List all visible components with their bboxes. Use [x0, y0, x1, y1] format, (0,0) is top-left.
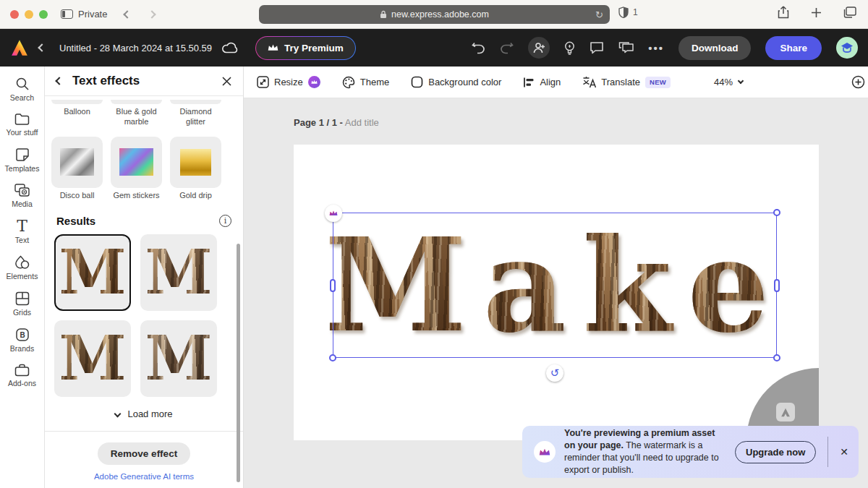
- resize-handle-right[interactable]: [774, 279, 780, 292]
- tabs-overview-icon[interactable]: [843, 7, 856, 18]
- resize-icon: [257, 76, 269, 88]
- try-premium-button[interactable]: Try Premium: [255, 36, 356, 60]
- effect-label: Disco ball: [51, 188, 103, 205]
- sidebar-item-search[interactable]: Search: [0, 72, 44, 106]
- upgrade-now-button[interactable]: Upgrade now: [735, 441, 816, 463]
- zoom-level-dropdown[interactable]: 44%: [714, 77, 743, 87]
- resize-handle-top-right[interactable]: [773, 209, 780, 216]
- download-label: Download: [692, 43, 739, 53]
- minimize-window-button[interactable]: [25, 10, 33, 19]
- effect-label: Blue & gold marble: [111, 104, 162, 130]
- banner-divider: [827, 437, 828, 467]
- add-collaborator-button[interactable]: [528, 37, 550, 59]
- resize-handle-left[interactable]: [330, 279, 336, 292]
- resize-handle-bottom-right[interactable]: [773, 354, 780, 361]
- sidebar-item-media[interactable]: Media: [0, 179, 44, 213]
- background-color-button[interactable]: Background color: [411, 76, 501, 88]
- browser-back-button[interactable]: [124, 10, 132, 18]
- lock-icon: [380, 10, 387, 19]
- effect-label: Diamond glitter: [170, 104, 221, 130]
- premium-crown-badge: [308, 76, 320, 88]
- sidebar-item-text[interactable]: T Text: [0, 215, 44, 249]
- text-effects-panel: Text effects Balloon Blue & gold marble …: [45, 67, 244, 488]
- effect-label: Balloon: [51, 104, 103, 130]
- lightbulb-icon[interactable]: [564, 41, 575, 55]
- address-bar[interactable]: new.express.adobe.com ↻: [259, 5, 610, 24]
- result-thumb-3[interactable]: M: [54, 320, 131, 397]
- download-button[interactable]: Download: [678, 36, 752, 60]
- comments-panel-icon[interactable]: [618, 41, 634, 54]
- sidebar-item-add-ons[interactable]: Add-ons: [0, 359, 44, 392]
- folder-icon: [14, 113, 30, 126]
- private-label: Private: [78, 9, 107, 20]
- effect-thumb-disco-ball[interactable]: Ag: [51, 137, 103, 188]
- translate-button[interactable]: Translate NEW: [582, 76, 671, 88]
- text-icon: T: [17, 219, 27, 234]
- shield-count: 1: [633, 7, 638, 17]
- crown-icon: [534, 441, 556, 463]
- share-button[interactable]: Share: [765, 36, 822, 60]
- results-info-icon[interactable]: i: [219, 215, 231, 227]
- crown-icon: [268, 43, 278, 52]
- rotate-handle[interactable]: ↺: [546, 364, 563, 382]
- premium-asset-banner: You're previewing a premium asset on you…: [522, 426, 859, 478]
- sidebar-item-templates[interactable]: Templates: [0, 143, 44, 177]
- effect-label: Gold drip: [170, 188, 221, 205]
- panel-back-icon[interactable]: [55, 77, 63, 85]
- svg-text:B: B: [20, 331, 25, 339]
- selection-box[interactable]: ↺: [333, 213, 777, 358]
- result-thumb-2[interactable]: M: [140, 234, 217, 311]
- share-page-icon[interactable]: [778, 6, 789, 19]
- document-title[interactable]: Untitled - 28 March 2024 at 15.50.59: [59, 43, 212, 53]
- context-toolbar: Resize Theme Background color Align Tran…: [244, 67, 868, 98]
- resize-button[interactable]: Resize: [257, 76, 320, 88]
- share-label: Share: [780, 43, 807, 53]
- chevron-down-icon: [114, 411, 122, 418]
- load-more-button[interactable]: Load more: [45, 398, 243, 431]
- zoom-window-button[interactable]: [39, 10, 48, 19]
- generative-ai-terms-link[interactable]: Adobe Generative AI terms: [94, 472, 194, 481]
- resize-handle-bottom-left[interactable]: [329, 354, 336, 361]
- add-button[interactable]: Add: [851, 75, 868, 89]
- panel-scrollbar[interactable]: [237, 244, 240, 482]
- browser-chrome: Private new.express.adobe.com ↻ 1: [0, 0, 868, 29]
- theme-button[interactable]: Theme: [342, 76, 389, 89]
- more-options-icon[interactable]: •••: [648, 42, 664, 54]
- undo-icon[interactable]: [472, 42, 485, 54]
- translate-icon: [582, 76, 596, 88]
- close-window-button[interactable]: [10, 10, 19, 19]
- add-title-placeholder[interactable]: Add title: [345, 117, 379, 128]
- effect-thumb-gold-drip[interactable]: Ag: [170, 137, 221, 188]
- banner-close-icon[interactable]: ✕: [840, 446, 848, 458]
- new-badge: NEW: [645, 77, 671, 88]
- canvas-area[interactable]: Page 1 / 1 - Add title Make: [244, 98, 868, 488]
- panel-title: Text effects: [72, 74, 212, 88]
- background-color-icon: [411, 76, 423, 88]
- private-window-icon: [61, 9, 73, 19]
- plus-circle-icon: [851, 75, 865, 89]
- new-tab-icon[interactable]: [811, 7, 822, 18]
- align-button[interactable]: Align: [523, 77, 561, 88]
- media-icon: [14, 184, 30, 197]
- panel-close-icon[interactable]: [222, 77, 231, 86]
- chevron-down-icon: [738, 78, 744, 84]
- sidebar-item-brands[interactable]: B Brands: [0, 323, 44, 357]
- browser-forward-button[interactable]: [148, 10, 156, 18]
- url-text: new.express.adobe.com: [391, 9, 489, 20]
- privacy-shield-icon[interactable]: [618, 7, 629, 18]
- sidebar-item-your-stuff[interactable]: Your stuff: [0, 108, 44, 141]
- remove-effect-button[interactable]: Remove effect: [98, 442, 190, 465]
- align-icon: [523, 77, 535, 88]
- user-avatar[interactable]: [836, 37, 858, 59]
- result-thumb-4[interactable]: M: [140, 320, 217, 397]
- result-thumb-1-selected[interactable]: M: [54, 234, 131, 311]
- sidebar-item-elements[interactable]: Elements: [0, 251, 44, 285]
- effect-thumb-gem-stickers[interactable]: Ag: [111, 137, 162, 188]
- back-to-home-icon[interactable]: [38, 43, 46, 51]
- comment-icon[interactable]: [590, 41, 604, 54]
- reload-icon[interactable]: ↻: [595, 9, 603, 20]
- redo-icon[interactable]: [500, 42, 514, 54]
- adobe-express-logo[interactable]: [10, 39, 29, 56]
- page-indicator: Page 1 / 1 -: [294, 117, 343, 128]
- sidebar-item-grids[interactable]: Grids: [0, 287, 44, 321]
